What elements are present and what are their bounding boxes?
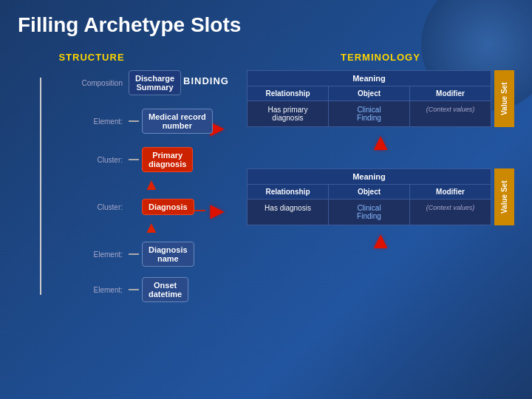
hdash-4 (129, 289, 139, 290)
col-modifier-1: Modifier (410, 86, 491, 100)
cluster-label-1: Cluster: (77, 156, 123, 164)
col-object-1: Object (329, 86, 410, 100)
terminology-block-2: Meaning Relationship Object Modifier Has… (247, 168, 514, 252)
cell-object-1: Clinical Finding (329, 101, 410, 126)
binding-header: BINDING (183, 75, 229, 86)
meaning-header-2: Meaning (247, 168, 491, 185)
up-arrow-table2: ▲ (369, 228, 392, 252)
col-relationship-1: Relationship (248, 86, 329, 100)
col-relationship-2: Relationship (248, 185, 329, 199)
element-label-1: Element: (77, 117, 123, 126)
cell-modifier-1: (Context values) (410, 101, 491, 126)
page-title: Filling Archetype Slots (18, 13, 514, 37)
composition-label: Composition (77, 79, 123, 87)
element-label-3: Element: (77, 286, 123, 294)
terminology-block-1: Meaning Relationship Object Modifier Has… (247, 70, 514, 154)
hdash-3 (129, 253, 139, 255)
cell-modifier-2: (Context values) (410, 200, 491, 225)
col-modifier-2: Modifier (410, 185, 491, 199)
terminology-column: TERMINOLOGY Meaning Relationship Object … (247, 52, 514, 262)
structure-vline (40, 78, 41, 295)
up-arrow-table1: ▲ (369, 130, 392, 154)
structure-element-onset-row: Element: Onset datetime (77, 277, 166, 302)
big-right-arrow-2: ► (205, 199, 229, 222)
meaning-header-1: Meaning (247, 70, 491, 86)
cell-object-2: Clinical Finding (329, 200, 410, 225)
cluster-label-2: Cluster: (77, 203, 123, 211)
hdash-1 (129, 120, 139, 122)
primary-diagnosis-box: Primary diagnosis (142, 147, 193, 172)
red-arrow-diagnosis: ▲ (143, 219, 166, 236)
diagnosis-name-box: Diagnosis name (142, 242, 194, 267)
col-object-2: Object (329, 185, 410, 199)
medical-record-box: Medical record number (142, 109, 213, 134)
value-set-1: Value Set (494, 70, 514, 127)
structure-element-medrecord-row: Element: Medical record number (77, 109, 166, 134)
onset-datetime-box: Onset datetime (142, 277, 188, 302)
cell-relationship-2: Has diagnosis (248, 200, 329, 225)
cell-relationship-1: Has primary diagnosis (248, 101, 329, 126)
structure-element-diagname-row: Element: Diagnosis name (77, 242, 166, 267)
structure-column: STRUCTURE Composition Discharge Summary … (18, 52, 166, 313)
structure-cluster-primary-row: Cluster: Primary diagnosis (77, 147, 166, 172)
red-arrow-primary: ▲ (143, 177, 166, 193)
value-set-2: Value Set (494, 168, 514, 225)
structure-cluster-diagnosis-row: Cluster: Diagnosis (77, 199, 166, 215)
structure-header: STRUCTURE (18, 52, 166, 63)
hdash-2 (129, 159, 139, 160)
terminology-header: TERMINOLOGY (247, 52, 514, 63)
composition-box: Discharge Summary (129, 70, 181, 95)
element-label-2: Element: (77, 250, 123, 259)
diagnosis-box: Diagnosis (142, 199, 194, 215)
structure-composition-row: Composition Discharge Summary (77, 70, 166, 95)
